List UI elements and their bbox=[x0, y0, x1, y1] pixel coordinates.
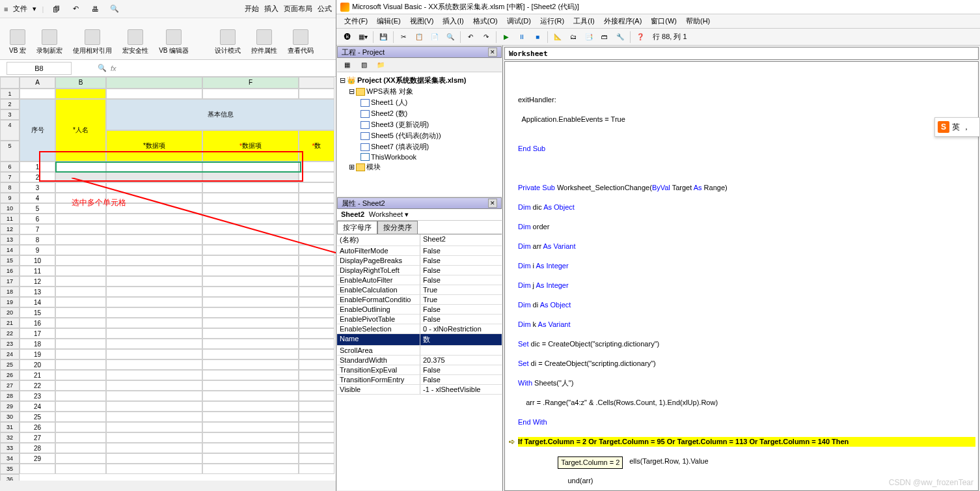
vbe-menu-item[interactable]: 工具(I) bbox=[569, 15, 598, 27]
name-box[interactable]: B8 bbox=[7, 62, 72, 75]
table-row[interactable]: 3 bbox=[20, 182, 334, 193]
table-row[interactable]: 1 bbox=[20, 161, 334, 172]
tree-sheet-item[interactable]: Sheet1 (人) bbox=[340, 97, 499, 108]
row-header[interactable]: 1 bbox=[0, 89, 20, 99]
row-header[interactable]: 5 bbox=[0, 141, 20, 161]
property-row[interactable]: (名称)Sheet2 bbox=[337, 234, 502, 246]
row-header[interactable]: 3 bbox=[0, 109, 20, 120]
table-row[interactable]: 12 bbox=[20, 276, 334, 287]
vbe-menu-item[interactable]: 文件(F) bbox=[340, 15, 372, 27]
view-icon[interactable]: 🅦 bbox=[340, 31, 355, 44]
property-row[interactable]: TransitionExpEvalFalse bbox=[337, 365, 502, 375]
property-row[interactable]: EnableFormatConditioTrue bbox=[337, 295, 502, 305]
copy-icon[interactable]: 📋 bbox=[412, 31, 426, 44]
row-header[interactable]: 33 bbox=[0, 443, 20, 453]
row-header[interactable]: 17 bbox=[0, 276, 20, 287]
property-row[interactable]: EnablePivotTableFalse bbox=[337, 315, 502, 324]
row-header[interactable]: 36 bbox=[0, 474, 20, 481]
table-row[interactable]: 9 bbox=[20, 245, 334, 255]
row-header[interactable]: 19 bbox=[0, 297, 20, 307]
property-row[interactable]: AutoFilterModeFalse bbox=[337, 246, 502, 256]
tab-categorized[interactable]: 按分类序 bbox=[377, 221, 418, 234]
pause-icon[interactable]: ⏸ bbox=[515, 31, 529, 44]
view-code-icon[interactable]: ▦ bbox=[340, 59, 354, 72]
table-row[interactable]: 20 bbox=[20, 359, 334, 370]
design-icon[interactable]: 📐 bbox=[551, 31, 565, 44]
table-row[interactable]: 2 bbox=[20, 172, 334, 182]
tab-pagelayout[interactable]: 页面布局 bbox=[284, 4, 312, 14]
table-row[interactable]: 22 bbox=[20, 380, 334, 391]
row-header[interactable]: 14 bbox=[0, 245, 20, 255]
row-header[interactable]: 10 bbox=[0, 203, 20, 214]
print-icon[interactable]: 🖶 bbox=[88, 2, 102, 16]
vbe-menu-item[interactable]: 格式(O) bbox=[469, 15, 502, 27]
table-row[interactable]: 28 bbox=[20, 443, 334, 453]
row-header[interactable]: 29 bbox=[0, 401, 20, 412]
insert-icon[interactable]: ▦▾ bbox=[356, 31, 370, 44]
row-header[interactable]: 27 bbox=[0, 380, 20, 391]
col-header[interactable] bbox=[299, 77, 334, 89]
browser-icon[interactable]: 🗃 bbox=[597, 31, 612, 44]
row-header[interactable]: 28 bbox=[0, 391, 20, 401]
row-header[interactable]: 34 bbox=[0, 453, 20, 464]
code-editor[interactable]: exitHandler: Application.EnableEvents = … bbox=[504, 61, 979, 491]
row-header[interactable]: 4 bbox=[0, 120, 20, 141]
view-object-icon[interactable]: ▧ bbox=[357, 59, 371, 72]
row-header[interactable]: 13 bbox=[0, 234, 20, 245]
property-row[interactable]: EnableOutliningFalse bbox=[337, 305, 502, 315]
save-icon[interactable]: 🗐 bbox=[49, 2, 63, 16]
undo-icon[interactable]: ↶ bbox=[463, 31, 478, 44]
tab-alphabetic[interactable]: 按字母序 bbox=[337, 221, 377, 234]
code-object-dropdown[interactable]: Worksheet bbox=[504, 47, 979, 60]
vbe-menu-item[interactable]: 窗口(W) bbox=[647, 15, 681, 27]
table-row[interactable]: 14 bbox=[20, 297, 334, 307]
table-row[interactable]: 5 bbox=[20, 203, 334, 214]
col-header[interactable]: A bbox=[20, 77, 55, 89]
property-row[interactable]: Visible-1 - xlSheetVisible bbox=[337, 385, 502, 395]
preview-icon[interactable]: 🔍 bbox=[107, 2, 122, 16]
paste-icon[interactable]: 📄 bbox=[428, 31, 442, 44]
row-header[interactable]: 2 bbox=[0, 99, 20, 109]
table-row[interactable]: 25 bbox=[20, 412, 334, 422]
run-icon[interactable]: ▶ bbox=[499, 31, 513, 44]
table-row[interactable]: 10 bbox=[20, 255, 334, 266]
table-row[interactable]: 17 bbox=[20, 328, 334, 339]
tree-sheet-item[interactable]: Sheet7 (填表说明) bbox=[340, 141, 499, 152]
table-row[interactable]: 18 bbox=[20, 339, 334, 349]
save-icon[interactable]: 💾 bbox=[376, 31, 390, 44]
control-props-button[interactable]: 控件属性 bbox=[247, 28, 281, 57]
tree-sheet-item[interactable]: Sheet3 (更新说明) bbox=[340, 119, 499, 130]
row-header[interactable]: 18 bbox=[0, 287, 20, 297]
vbe-menu-item[interactable]: 调试(D) bbox=[503, 15, 535, 27]
undo-icon[interactable]: ↶ bbox=[68, 2, 83, 16]
property-row[interactable]: ScrollArea bbox=[337, 346, 502, 356]
view-code-button[interactable]: 查看代码 bbox=[284, 28, 318, 57]
row-header[interactable]: 7 bbox=[0, 172, 20, 182]
table-row[interactable]: 23 bbox=[20, 391, 334, 401]
table-row[interactable]: 6 bbox=[20, 214, 334, 224]
row-header[interactable]: 15 bbox=[0, 255, 20, 266]
row-header[interactable]: 30 bbox=[0, 412, 20, 422]
vb-editor-button[interactable]: VB 编辑器 bbox=[155, 28, 193, 57]
macro-security-button[interactable]: 宏安全性 bbox=[118, 28, 152, 57]
ime-indicator[interactable]: S 英， bbox=[934, 117, 980, 137]
property-row[interactable]: DisplayPageBreaksFalse bbox=[337, 256, 502, 266]
tree-sheet-item[interactable]: ThisWorkbook bbox=[340, 152, 499, 161]
folder-icon[interactable]: 📁 bbox=[374, 59, 388, 72]
vbe-menu-item[interactable]: 外接程序(A) bbox=[600, 15, 646, 27]
table-row[interactable]: 15 bbox=[20, 307, 334, 318]
file-menu[interactable]: 文件 bbox=[13, 4, 27, 14]
design-mode-button[interactable]: 设计模式 bbox=[211, 28, 245, 57]
table-row[interactable]: 7 bbox=[20, 224, 334, 234]
tree-sheet-item[interactable]: Sheet5 (代码表(勿动)) bbox=[340, 130, 499, 141]
row-header[interactable]: 25 bbox=[0, 359, 20, 370]
table-row[interactable]: 24 bbox=[20, 401, 334, 412]
table-row[interactable]: 19 bbox=[20, 349, 334, 359]
properties-grid[interactable]: (名称)Sheet2AutoFilterModeFalseDisplayPage… bbox=[337, 234, 502, 490]
property-row[interactable]: Name数 bbox=[337, 334, 502, 346]
row-header[interactable]: 21 bbox=[0, 318, 20, 328]
tab-insert[interactable]: 插入 bbox=[264, 4, 279, 14]
vbe-menu-item[interactable]: 运行(R) bbox=[536, 15, 568, 27]
row-header[interactable]: 24 bbox=[0, 349, 20, 359]
vbe-menu-item[interactable]: 插入(I) bbox=[439, 15, 467, 27]
